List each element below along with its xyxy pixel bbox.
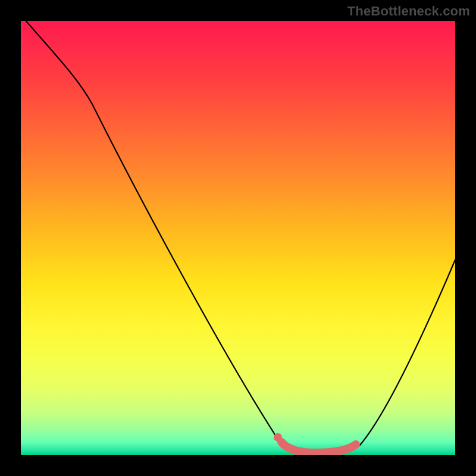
bottleneck-curve bbox=[21, 21, 455, 455]
plot-area bbox=[21, 21, 455, 455]
highlight-start-dot bbox=[274, 433, 282, 441]
curve-highlight bbox=[281, 442, 356, 453]
chart-frame: TheBottleneck.com bbox=[0, 0, 476, 476]
curve-path bbox=[21, 21, 455, 454]
watermark-text: TheBottleneck.com bbox=[347, 4, 470, 19]
